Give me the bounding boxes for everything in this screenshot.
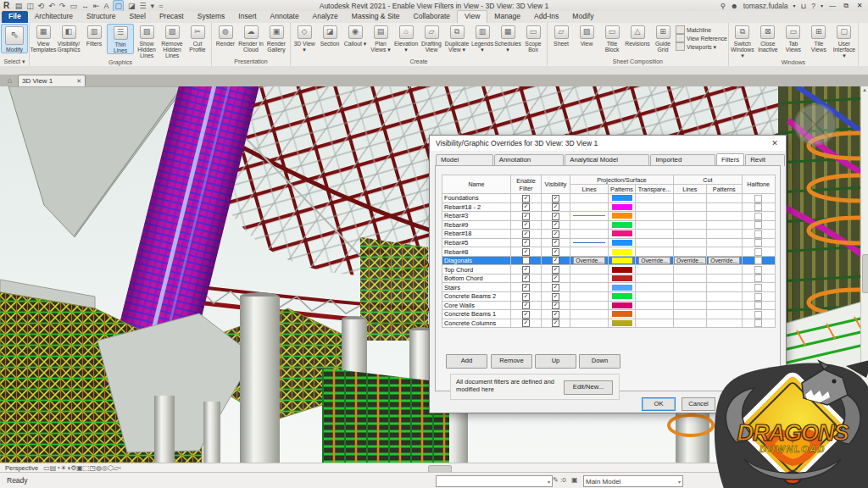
- cut-patterns-cell[interactable]: [706, 319, 742, 328]
- checkbox-unchecked-icon[interactable]: [754, 274, 762, 282]
- pattern-swatch[interactable]: [612, 275, 632, 281]
- ribbon-tab-steel[interactable]: Steel: [123, 11, 153, 23]
- projection-pattern-cell[interactable]: [609, 265, 636, 274]
- checkbox-checked-icon[interactable]: ✓: [522, 213, 530, 220]
- pattern-swatch[interactable]: [612, 240, 632, 246]
- cut-lines-cell[interactable]: [674, 212, 707, 221]
- checkbox-unchecked-icon[interactable]: [754, 266, 762, 274]
- pattern-swatch[interactable]: [612, 213, 632, 219]
- panel-label[interactable]: Select ▾: [1, 58, 28, 66]
- add-button[interactable]: Add: [446, 354, 487, 369]
- undo-icon[interactable]: ↶: [48, 1, 55, 11]
- cut-lines-cell[interactable]: [674, 202, 707, 212]
- projection-pattern-cell[interactable]: [609, 202, 636, 212]
- pattern-swatch[interactable]: [612, 204, 632, 210]
- cut-patterns-cell[interactable]: Override...: [706, 256, 742, 265]
- override-lines-button[interactable]: Override...: [573, 257, 605, 264]
- checkbox-unchecked-icon[interactable]: [754, 311, 762, 319]
- crop-view-icon[interactable]: ▣: [76, 464, 83, 472]
- dialog-tab-revit-links[interactable]: Revit Links: [745, 154, 785, 166]
- checkbox-checked-icon[interactable]: ✓: [552, 239, 559, 247]
- remove-hidden-lines-button[interactable]: ▧Remove Hidden Lines: [159, 24, 185, 58]
- cut-patterns-cell[interactable]: [706, 238, 742, 247]
- username[interactable]: tomasz.fudala: [743, 2, 788, 10]
- cut-profile-button[interactable]: ✂Cut Profile: [185, 24, 210, 53]
- transparency-cell[interactable]: [636, 283, 674, 292]
- ribbon-tab-annotate[interactable]: Annotate: [264, 11, 306, 23]
- guide-grid-button[interactable]: ⊞Guide Grid: [650, 24, 676, 53]
- checkbox-unchecked-icon[interactable]: [754, 293, 762, 301]
- checkbox-checked-icon[interactable]: ✓: [552, 293, 559, 301]
- checkbox-checked-icon[interactable]: ✓: [522, 311, 530, 319]
- checkbox-checked-icon[interactable]: ✓: [552, 221, 559, 229]
- ok-button[interactable]: OK: [642, 397, 676, 411]
- checkbox-unchecked-icon[interactable]: [754, 230, 762, 238]
- projection-pattern-cell[interactable]: [609, 274, 636, 283]
- filter-name[interactable]: Rebar#5: [442, 238, 511, 247]
- dialog-tab-imported-categories[interactable]: Imported Categories: [650, 154, 715, 166]
- up-button[interactable]: Up: [535, 354, 576, 369]
- filter-name[interactable]: Rebar#9: [442, 220, 511, 230]
- minimize-button[interactable]: —: [826, 2, 839, 9]
- dialog-title-bar[interactable]: Visibility/Graphic Overrides for 3D View…: [430, 136, 786, 151]
- cut-lines-cell[interactable]: [674, 220, 707, 230]
- print-icon[interactable]: ▭: [70, 1, 77, 11]
- projection-lines-cell[interactable]: [570, 274, 609, 283]
- thin-lines-icon[interactable]: ☰: [140, 1, 147, 11]
- help-icon[interactable]: ?: [811, 2, 815, 10]
- checkbox-checked-icon[interactable]: ✓: [522, 274, 530, 282]
- checkbox-checked-icon[interactable]: ✓: [522, 221, 530, 229]
- scroll-up-icon[interactable]: ▲: [861, 86, 868, 94]
- projection-lines-cell[interactable]: [570, 202, 609, 212]
- cut-lines-cell[interactable]: Override...: [674, 256, 707, 265]
- checkbox-checked-icon[interactable]: ✓: [522, 203, 530, 211]
- transparency-cell[interactable]: [636, 238, 674, 247]
- filter-name[interactable]: Stairs: [442, 283, 511, 292]
- projection-lines-cell[interactable]: Override...: [570, 256, 609, 265]
- pattern-swatch[interactable]: [612, 258, 632, 263]
- projection-lines-cell[interactable]: [570, 292, 609, 302]
- cut-lines-cell[interactable]: [674, 194, 707, 203]
- filters-button[interactable]: ▥Filters: [81, 24, 107, 47]
- gray-inactive-icon[interactable]: ▣: [571, 476, 578, 484]
- projection-pattern-cell[interactable]: [609, 230, 636, 239]
- visibility-graphics-button[interactable]: ◧Visibility/ Graphics: [56, 24, 81, 53]
- filter-name[interactable]: Concrete Beams 2: [442, 292, 511, 302]
- checkbox-checked-icon[interactable]: ✓: [552, 213, 559, 220]
- projection-pattern-cell[interactable]: [609, 194, 636, 203]
- projection-pattern-cell[interactable]: [609, 256, 636, 265]
- legends-button[interactable]: ▥Legends ▾: [470, 24, 495, 53]
- transparency-cell[interactable]: [636, 265, 674, 274]
- transparency-cell[interactable]: [636, 220, 674, 230]
- ribbon-tab-insert[interactable]: Insert: [231, 11, 263, 23]
- filter-name[interactable]: Rebar#3: [442, 212, 511, 221]
- render-button[interactable]: ◍Render: [213, 24, 238, 47]
- checkbox-checked-icon[interactable]: ✓: [552, 230, 559, 238]
- cut-lines-cell[interactable]: [674, 230, 707, 239]
- filter-name[interactable]: Core Walls: [442, 301, 511, 310]
- checkbox-unchecked-icon[interactable]: [754, 302, 762, 309]
- design-options-dropdown[interactable]: Main Model▾: [583, 475, 683, 487]
- checkbox-checked-icon[interactable]: ✓: [522, 284, 530, 291]
- help-dropdown-icon[interactable]: ▾: [821, 3, 823, 8]
- checkbox-checked-icon[interactable]: ✓: [522, 195, 530, 202]
- switch-windows-button[interactable]: ⧉Switch Windows ▾: [730, 24, 755, 58]
- save-icon[interactable]: ◫: [26, 1, 34, 11]
- section-icon[interactable]: ◪: [128, 1, 136, 11]
- ribbon-tab-add-ins[interactable]: Add-Ins: [527, 11, 565, 23]
- search-icon[interactable]: ⚲: [720, 2, 725, 10]
- panel-label[interactable]: Sheet Composition: [548, 58, 727, 66]
- qat-bar-icon[interactable]: =: [159, 1, 163, 11]
- cut-patterns-cell[interactable]: [706, 310, 742, 319]
- measure-icon[interactable]: ↔: [81, 1, 89, 11]
- projection-lines-cell[interactable]: [570, 220, 609, 230]
- filter-name[interactable]: Diagonals: [442, 256, 511, 265]
- transparency-cell[interactable]: [636, 310, 674, 319]
- transparency-cell[interactable]: Override...: [636, 256, 674, 265]
- transparency-cell[interactable]: [636, 274, 674, 283]
- filter-row[interactable]: Rebar#8✓✓: [442, 247, 776, 257]
- filter-name[interactable]: Bottom Chord: [442, 274, 511, 283]
- view-tab-3d-view-1[interactable]: 3D View 1 ✕: [18, 75, 86, 86]
- cut-patterns-cell[interactable]: [706, 301, 742, 310]
- app-store-icon[interactable]: ⊔: [801, 2, 807, 10]
